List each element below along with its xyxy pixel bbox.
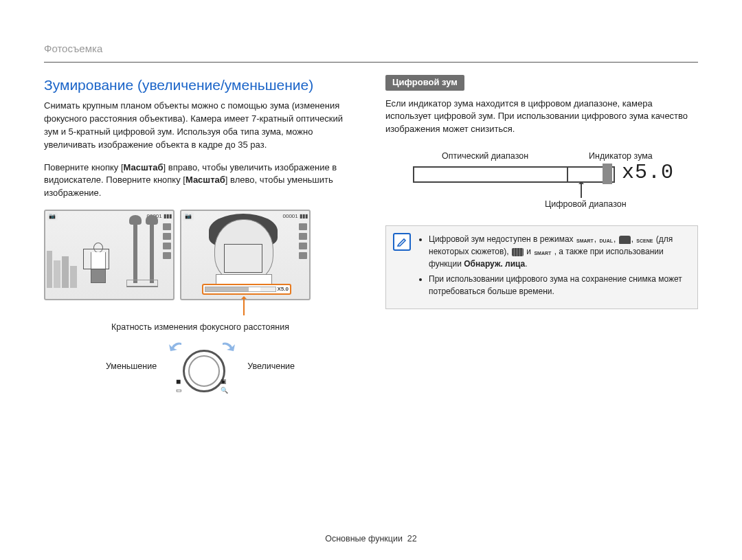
arrow-right-icon	[220, 340, 236, 354]
note-list: Цифровой зум недоступен в режимах SMART,…	[418, 233, 689, 300]
zoom-indicator-handle	[603, 164, 612, 184]
intro-paragraph: Снимать крупным планом объекты можно с п…	[44, 100, 357, 151]
callout-pointer-icon	[581, 183, 582, 198]
page-footer: Основные функции 22	[0, 533, 742, 545]
text: Цифровой зум недоступен в режимах	[429, 234, 576, 244]
streetlamp-icon	[133, 218, 137, 283]
section-header: Фотосъемка	[44, 41, 698, 63]
right-column: Цифровой зум Если индикатор зума находит…	[385, 75, 698, 392]
arrow-left-icon	[168, 340, 184, 354]
mode-dual-icon: DUAL	[600, 238, 613, 245]
bench-icon	[126, 280, 158, 287]
zoom-bar-callout: X5.0	[202, 284, 291, 295]
two-column-layout: Зумирование (увеличение/уменьшение) Сним…	[44, 75, 698, 392]
zoom-bar-track	[205, 287, 276, 292]
mode-smart-icon: SMART	[534, 250, 551, 258]
zoom-indicator-diagram: Оптический диапазон Индикатор зума x5.0 …	[413, 146, 674, 208]
note-box: Цифровой зум недоступен в режимах SMART,…	[385, 225, 698, 309]
tele-icon: ▣🔍	[221, 377, 228, 395]
mode-movie-icon	[512, 248, 524, 256]
zoom-examples-row: 📷 00001 ▮▮▮	[44, 210, 357, 300]
tele-shot-illustration: 📷 00001 ▮▮▮	[180, 210, 311, 300]
mode-hand-icon	[619, 236, 631, 244]
zoom-dial-row: Уменьшение ◼▭ ▣🔍 Увеличение	[44, 340, 357, 392]
face-detect-label: Обнаруж. лица	[464, 259, 525, 269]
text: Поверните кнопку [	[44, 162, 124, 172]
zoom-in-label: Увеличение	[247, 360, 295, 372]
page-title: Зумирование (увеличение/уменьшение)	[44, 75, 357, 96]
zoom-value-readout: x5.0	[622, 158, 674, 188]
scene-wide	[45, 211, 173, 299]
digital-zoom-paragraph: Если индикатор зума находится в цифровом…	[385, 98, 698, 137]
mode-smart-icon: SMART	[576, 238, 594, 245]
text: и	[526, 247, 533, 256]
zoom-track	[413, 166, 615, 183]
note-item: При использовании цифрового зума на сохр…	[429, 273, 689, 298]
left-column: Зумирование (увеличение/уменьшение) Сним…	[44, 75, 357, 392]
manual-page: Фотосъемка Зумирование (увеличение/умень…	[0, 0, 742, 560]
note-item: Цифровой зум недоступен в режимах SMART,…	[429, 233, 689, 270]
button-name-zoom: Масштаб	[186, 175, 225, 185]
dial-icon	[183, 350, 225, 392]
button-name-zoom: Масштаб	[124, 162, 164, 172]
note-icon	[393, 233, 411, 251]
instruction-paragraph: Поверните кнопку [Масштаб] вправо, чтобы…	[44, 161, 357, 201]
zoom-out-label: Уменьшение	[106, 360, 157, 372]
page-number: 22	[407, 534, 417, 544]
focus-frame	[224, 244, 262, 273]
subsection-badge: Цифровой зум	[385, 75, 464, 91]
buildings-icon	[47, 251, 77, 288]
streetlamp-icon	[150, 218, 154, 283]
callout-pointer-icon	[243, 298, 245, 315]
zoom-bar-caption: Кратность изменения фокусного расстояния	[44, 321, 357, 333]
footer-label: Основные функции	[325, 534, 403, 544]
zoom-dial-illustration: ◼▭ ▣🔍	[168, 340, 236, 392]
digital-range-label: Цифровой диапазон	[545, 198, 627, 210]
zoom-bar-value: X5.0	[278, 285, 290, 293]
zoom-track-divider	[567, 166, 568, 183]
focus-frame	[83, 249, 109, 269]
optical-range-label: Оптический диапазон	[442, 150, 528, 162]
text: .	[525, 259, 527, 269]
mode-scene-icon: SCENE	[636, 238, 653, 245]
wide-shot-illustration: 📷 00001 ▮▮▮	[44, 210, 175, 300]
wide-icon: ◼▭	[176, 377, 182, 395]
